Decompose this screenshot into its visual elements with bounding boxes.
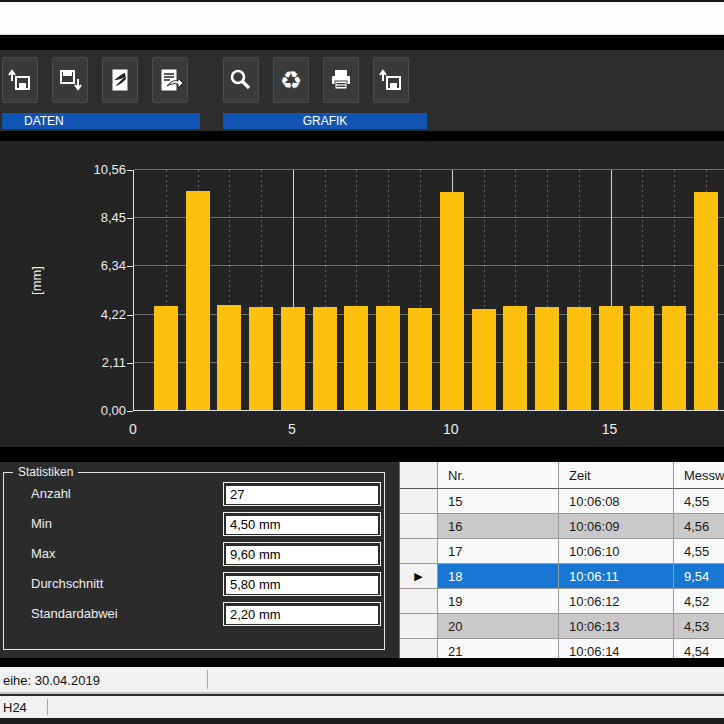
y-tick-label: 6,34 <box>80 258 126 273</box>
separator-strip <box>0 131 724 141</box>
save-data-button[interactable] <box>52 57 88 103</box>
bar <box>217 305 241 410</box>
bar <box>599 306 623 410</box>
y-tick-label: 4,22 <box>80 307 126 322</box>
load-data-button[interactable] <box>2 57 38 103</box>
print-button[interactable] <box>323 57 359 103</box>
export-data-button[interactable] <box>152 57 188 103</box>
row-selector-cell[interactable] <box>400 514 438 539</box>
x-tick-label: 5 <box>288 421 296 437</box>
table-cell[interactable]: 19 <box>438 589 559 614</box>
row-selector-cell[interactable] <box>400 639 438 658</box>
y-tick-label: 0,00 <box>80 403 126 418</box>
standardabwei-label: Standardabwei <box>31 606 118 621</box>
bar <box>535 307 559 410</box>
table-cell[interactable]: 16 <box>438 514 559 539</box>
table-cell[interactable]: 10:06:08 <box>559 489 674 514</box>
bar <box>249 307 273 410</box>
document-export-icon <box>157 67 183 93</box>
table-cell[interactable]: 4,55 <box>674 539 724 564</box>
table-row[interactable]: 2110:06:144,54 <box>400 639 724 658</box>
table-row[interactable]: 1710:06:104,55 <box>400 539 724 564</box>
delete-data-button[interactable] <box>102 57 138 103</box>
table-cell[interactable]: 9,54 <box>674 564 724 589</box>
table-cell[interactable]: 10:06:12 <box>559 589 674 614</box>
lower-panel: Statistiken Anzahl Min Max Durchschnitt … <box>0 462 724 658</box>
bar <box>440 192 464 410</box>
table-row[interactable]: 1510:06:084,55 <box>400 489 724 514</box>
y-axis-title: [mm] <box>29 266 44 295</box>
max-field[interactable] <box>226 546 378 564</box>
table-cell[interactable]: 4,56 <box>674 514 724 539</box>
table-cell[interactable]: 10:06:11 <box>559 564 674 589</box>
stat-row-durchschnitt: Durchschnitt <box>4 572 384 596</box>
table-cell[interactable]: 21 <box>438 639 559 658</box>
recycle-icon: ♻ <box>280 68 302 93</box>
refresh-button[interactable]: ♻ <box>273 57 309 103</box>
table-column-header[interactable]: Nr. <box>438 462 559 489</box>
bar <box>186 191 210 410</box>
table-cell[interactable]: 15 <box>438 489 559 514</box>
table-cell[interactable]: 4,54 <box>674 639 724 658</box>
measurements-table: Nr.ZeitMesswert1510:06:084,551610:06:094… <box>399 462 724 658</box>
row-selector-cell[interactable] <box>400 539 438 564</box>
chart-panel: [mm] 0,002,114,226,348,4510,56 051015 <box>0 141 724 447</box>
table-column-header[interactable]: Zeit <box>559 462 674 489</box>
toolbar-group-label-daten: DATEN <box>2 113 200 129</box>
separator-strip <box>0 447 724 462</box>
row-selector-cell[interactable] <box>400 489 438 514</box>
export-graphic-button[interactable] <box>373 57 409 103</box>
table-row[interactable]: 2010:06:134,53 <box>400 614 724 639</box>
anzahl-field[interactable] <box>226 486 378 504</box>
bar <box>567 307 591 410</box>
table-cell[interactable]: 4,52 <box>674 589 724 614</box>
stat-row-max: Max <box>4 542 384 566</box>
standardabwei-field[interactable] <box>226 606 378 624</box>
toolbar-group-label-grafik: GRAFIK <box>223 113 427 129</box>
table-cell[interactable]: 10:06:10 <box>559 539 674 564</box>
toolbar: ♻ DATEN GRAFIK <box>0 50 724 131</box>
table-cell[interactable]: 17 <box>438 539 559 564</box>
bar <box>630 306 654 410</box>
table-row[interactable]: ▶1810:06:119,54 <box>400 564 724 589</box>
statistics-groupbox: Statistiken Anzahl Min Max Durchschnitt … <box>3 472 385 650</box>
y-tick-mark <box>127 363 133 364</box>
table-cell[interactable]: 18 <box>438 564 559 589</box>
table-cell[interactable]: 20 <box>438 614 559 639</box>
row-selector-arrow[interactable]: ▶ <box>400 564 438 589</box>
statusbar-2: H24 <box>0 696 724 718</box>
zoom-button[interactable] <box>223 57 259 103</box>
printer-icon <box>328 67 354 93</box>
h-gridline <box>134 217 724 218</box>
durchschnitt-field[interactable] <box>226 576 378 594</box>
floppy-arrow-down-icon <box>57 67 83 93</box>
table-column-header[interactable]: Messwert <box>674 462 724 489</box>
row-selector-cell[interactable] <box>400 589 438 614</box>
y-tick-label: 8,45 <box>80 210 126 225</box>
table-cell[interactable]: 4,55 <box>674 489 724 514</box>
stat-row-anzahl: Anzahl <box>4 482 384 506</box>
y-tick-mark <box>127 218 133 219</box>
table-cell[interactable]: 10:06:14 <box>559 639 674 658</box>
anzahl-label: Anzahl <box>31 486 71 501</box>
bar <box>472 309 496 410</box>
y-tick-mark <box>127 170 133 171</box>
table-row[interactable]: 1910:06:124,52 <box>400 589 724 614</box>
max-field-frame <box>223 542 381 566</box>
table-header-row: Nr.ZeitMesswert <box>400 462 724 489</box>
stat-row-min: Min <box>4 512 384 536</box>
bar-chart-plot[interactable] <box>133 170 724 411</box>
table-cell[interactable]: 4,53 <box>674 614 724 639</box>
statusbar-1: eihe: 30.04.2019 <box>0 667 724 694</box>
table-cell[interactable]: 10:06:13 <box>559 614 674 639</box>
row-selector-cell[interactable] <box>400 614 438 639</box>
statusbar-separator <box>207 670 208 689</box>
bar <box>503 306 527 410</box>
table-cell[interactable]: 10:06:09 <box>559 514 674 539</box>
screen-bottom-edge <box>0 718 724 724</box>
table-row[interactable]: 1610:06:094,56 <box>400 514 724 539</box>
separator-strip <box>0 35 724 50</box>
standardabwei-field-frame <box>223 602 381 626</box>
min-field[interactable] <box>226 516 378 534</box>
bar <box>408 308 432 410</box>
